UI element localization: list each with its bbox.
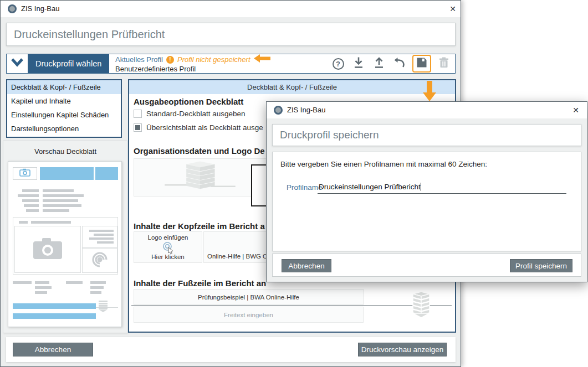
logo-upload-dropzone[interactable]: Logo einfügen Hier klicken (134, 231, 202, 263)
header-center-text: Online-Hilfe | BWG O (207, 253, 268, 260)
cover-preview-thumbnail (8, 161, 122, 327)
modal-titlebar: ZIS Ing-Bau ✕ (267, 102, 587, 118)
nav-item-darstellung[interactable]: Darstellungsoptionen (7, 122, 121, 136)
modal-window-title: ZIS Ing-Bau (287, 106, 325, 114)
footer-line1-field[interactable]: Prüfungsbeispiel | BWA Online-Hilfe (134, 289, 364, 305)
section-title-header-contents: Inhalte der Kopfzeile im Bericht a (134, 221, 265, 231)
trash-icon (437, 56, 451, 71)
profile-name-input[interactable]: Druckeinstellungen Prüfbericht (318, 181, 566, 194)
camera-icon (19, 168, 30, 179)
preview-photo-slot (14, 226, 81, 273)
download-icon (352, 56, 365, 71)
profile-name-value: Druckeinstellungen Prüfbericht (318, 183, 421, 191)
nav-item-kapitel[interactable]: Kapitel und Inhalte (7, 94, 121, 108)
logo-upload-line2: Hier klicken (134, 254, 202, 260)
main-titlebar: ZIS Ing-Bau ✕ (1, 1, 461, 17)
save-profile-modal: ZIS Ing-Bau ✕ Druckprofil speichern Bitt… (266, 101, 587, 282)
nav-item-deckblatt[interactable]: Deckblatt & Kopf- / Fußzeile (7, 80, 121, 94)
preview-content-frame (13, 217, 118, 275)
cover-preview-title: Vorschau Deckblatt (3, 147, 127, 156)
preview-footer-bar (13, 313, 96, 319)
toolbar-icons: ? (330, 55, 452, 73)
modal-heading-box: Druckprofil speichern (272, 124, 581, 146)
checkbox-standard-deckblatt[interactable] (134, 110, 142, 118)
checkbox-row-overview: Übersichtsblatt als Deckblatt ausge (134, 123, 263, 132)
modal-prompt: Bitte vergeben Sie einen Profilnamen mit… (280, 160, 487, 168)
page-title-box: Druckeinstellungen Prüfbericht (6, 23, 456, 46)
main-close-button[interactable]: ✕ (446, 3, 459, 15)
profile-toolbar: Druckprofil wählen Aktuelles Profil ! Pr… (6, 54, 456, 74)
preview-header-bar (95, 167, 118, 180)
section-title-footer-contents: Inhalte der Fußzeile im Bericht an (134, 278, 266, 288)
logo-upload-line1: Logo einfügen (134, 234, 202, 241)
profile-name-label: Profilname (287, 183, 323, 192)
footer-line1-text: Prüfungsbeispiel | BWA Online-Hilfe (198, 294, 299, 301)
modal-heading: Druckprofil speichern (280, 125, 379, 146)
reset-profile-button[interactable] (392, 55, 407, 72)
annotation-arrow-left-icon (254, 54, 270, 65)
checkbox-row-standard: Standard-Deckblatt ausgeben (134, 110, 246, 118)
footer-freitext-field[interactable]: Freitext eingeben (134, 307, 364, 323)
preview-logo-slot (13, 167, 37, 180)
stack-icon (97, 299, 109, 315)
modal-content-box: Bitte vergeben Sie einen Profilnamen mit… (272, 152, 581, 251)
section-title-output-options: Ausgabeoptionen Deckblatt (134, 97, 243, 106)
preview-footer-bar (13, 303, 96, 309)
building-icon (158, 159, 242, 196)
footer-divider (131, 305, 452, 306)
import-profile-button[interactable] (351, 55, 366, 72)
preview-info-slot (82, 226, 117, 248)
cover-preview-panel: Vorschau Deckblatt (3, 141, 128, 333)
spiral-icon (90, 250, 109, 271)
footer-freitext-placeholder: Freitext eingeben (224, 312, 273, 318)
warning-icon: ! (166, 56, 174, 64)
checkbox-uebersichtsblatt[interactable] (134, 123, 142, 132)
org-building-image (134, 158, 267, 197)
delete-profile-button[interactable] (436, 55, 452, 72)
settings-nav: Deckblatt & Kopf- / Fußzeile Kapitel und… (6, 79, 122, 138)
help-button[interactable]: ? (330, 55, 346, 72)
app-icon (8, 4, 17, 13)
cancel-button[interactable]: Abbrechen (13, 343, 93, 356)
page-title: Druckeinstellungen Prüfbericht (14, 23, 165, 45)
section-title-orgdata: Organisationsdaten und Logo De (134, 146, 265, 156)
app-icon (274, 106, 283, 115)
chevron-down-icon (11, 58, 24, 69)
camera-icon (32, 237, 63, 262)
show-print-preview-button[interactable]: Druckvorschau anzeigen (358, 343, 447, 356)
dialog-footer: Abbrechen Druckvorschau anzeigen (6, 337, 456, 362)
checkbox-standard-label: Standard-Deckblatt ausgeben (146, 110, 246, 118)
undo-icon (393, 56, 406, 71)
current-profile-name: Benutzerdefiniertes Profil (115, 65, 270, 73)
current-profile-info: Aktuelles Profil ! Profil nicht gespeich… (115, 55, 270, 73)
modal-save-button[interactable]: Profil speichern (510, 259, 572, 272)
help-icon: ? (333, 58, 344, 70)
modal-cancel-button[interactable]: Abbrechen (282, 259, 331, 272)
upload-icon (372, 56, 386, 71)
text-cursor (421, 183, 421, 191)
nav-item-schaeden[interactable]: Einstellungen Kapitel Schäden (7, 108, 121, 122)
screen: ZIS Ing-Bau ✕ Druckeinstellungen Prüfber… (0, 0, 588, 367)
current-profile-label: Aktuelles Profil (115, 55, 163, 64)
choose-profile-button[interactable]: Druckprofil wählen (28, 54, 109, 73)
profile-not-saved-text: Profil nicht gespeichert (177, 55, 250, 64)
export-profile-button[interactable] (371, 55, 387, 72)
main-window-title: ZIS Ing-Bau (21, 4, 59, 13)
save-profile-button[interactable] (412, 55, 431, 73)
panel-header: Deckblatt & Kopf- / Fußzeile (129, 80, 455, 94)
building-stack-icon (410, 291, 433, 322)
profile-dropdown-button[interactable] (7, 54, 28, 73)
preview-header-bar (40, 167, 94, 180)
modal-footer: Abbrechen Profil speichern (272, 254, 581, 277)
modal-close-button[interactable]: ✕ (569, 104, 582, 116)
save-icon (415, 56, 428, 71)
checkbox-overview-label: Übersichtsblatt als Deckblatt ausge (146, 123, 263, 132)
annotation-arrow-down-icon (423, 81, 436, 104)
preview-spiral-slot (82, 248, 117, 273)
